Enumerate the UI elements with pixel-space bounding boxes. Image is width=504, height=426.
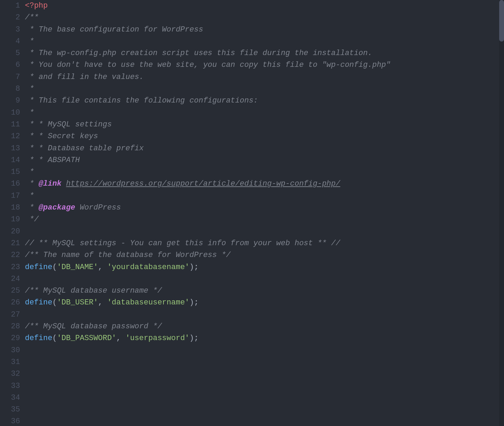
code-line[interactable] xyxy=(25,416,504,426)
line-number: 6 xyxy=(0,59,20,71)
code-line[interactable]: define('DB_NAME', 'yourdatabasename'); xyxy=(25,261,504,273)
code-token: * xyxy=(25,108,34,117)
line-number: 26 xyxy=(0,297,20,309)
line-number: 24 xyxy=(0,273,20,285)
code-line[interactable]: * xyxy=(25,83,504,95)
code-line[interactable]: * xyxy=(25,166,504,178)
code-line[interactable] xyxy=(25,392,504,404)
code-line[interactable]: * * Database table prefix xyxy=(25,143,504,154)
line-number: 23 xyxy=(0,261,20,273)
code-line[interactable]: * You don't have to use the web site, yo… xyxy=(25,59,504,71)
code-line[interactable]: * @link https://wordpress.org/support/ar… xyxy=(25,178,504,190)
code-line[interactable] xyxy=(25,273,504,285)
code-token: <?php xyxy=(25,1,48,10)
code-token: * * ABSPATH xyxy=(25,156,80,165)
code-line[interactable] xyxy=(25,404,504,416)
code-token: @package xyxy=(39,203,75,212)
code-token: ); xyxy=(189,334,198,343)
code-line[interactable]: * The base configuration for WordPress xyxy=(25,24,504,36)
code-token: * This file contains the following confi… xyxy=(25,96,258,105)
code-token: */ xyxy=(25,215,39,224)
code-token: * * Database table prefix xyxy=(25,144,144,153)
code-token xyxy=(62,179,66,188)
code-token: * You don't have to use the web site, yo… xyxy=(25,61,390,69)
code-token: define xyxy=(25,263,52,272)
code-line[interactable] xyxy=(25,356,504,368)
line-number: 32 xyxy=(0,368,20,380)
code-token: ( xyxy=(52,334,57,343)
line-number: 3 xyxy=(0,24,20,36)
line-number: 36 xyxy=(0,416,20,426)
line-number: 30 xyxy=(0,345,20,356)
code-line[interactable]: * xyxy=(25,107,504,119)
code-token: /** MySQL database username */ xyxy=(25,286,162,295)
code-line[interactable]: define('DB_PASSWORD', 'userpassword'); xyxy=(25,332,504,344)
code-token: * and fill in the values. xyxy=(25,73,144,81)
code-line[interactable]: /** MySQL database username */ xyxy=(25,285,504,297)
code-token: * xyxy=(25,168,34,176)
code-token: * xyxy=(25,203,39,212)
code-line[interactable]: * The wp-config.php creation script uses… xyxy=(25,47,504,59)
code-token: , xyxy=(98,263,107,272)
code-token: // ** MySQL settings - You can get this … xyxy=(25,239,340,248)
code-line[interactable]: <?php xyxy=(25,0,504,12)
line-number: 15 xyxy=(0,166,20,178)
line-number: 28 xyxy=(0,321,20,332)
code-line[interactable]: * This file contains the following confi… xyxy=(25,95,504,107)
code-line[interactable]: * xyxy=(25,36,504,47)
code-token: ); xyxy=(189,298,198,307)
code-line[interactable]: /** The name of the database for WordPre… xyxy=(25,249,504,261)
code-line[interactable]: * * ABSPATH xyxy=(25,154,504,166)
code-token: ( xyxy=(52,298,57,307)
line-number: 11 xyxy=(0,119,20,131)
vertical-scrollbar-thumb[interactable] xyxy=(499,0,504,42)
line-number: 29 xyxy=(0,332,20,344)
code-line[interactable]: /** MySQL database password */ xyxy=(25,321,504,332)
code-area[interactable]: <?php/** * The base configuration for Wo… xyxy=(25,0,504,426)
code-line[interactable] xyxy=(25,380,504,392)
line-number: 9 xyxy=(0,95,20,107)
code-line[interactable]: * and fill in the values. xyxy=(25,71,504,83)
line-number: 8 xyxy=(0,83,20,95)
code-token: ( xyxy=(52,263,57,272)
code-token: * * Secret keys xyxy=(25,132,98,141)
line-number: 35 xyxy=(0,404,20,416)
code-token: * xyxy=(25,179,39,188)
line-number: 10 xyxy=(0,107,20,119)
code-line[interactable]: */ xyxy=(25,214,504,225)
code-line[interactable]: * @package WordPress xyxy=(25,202,504,214)
code-token: * xyxy=(25,37,34,46)
line-number: 12 xyxy=(0,131,20,142)
line-number: 22 xyxy=(0,249,20,261)
code-token: 'yourdatabasename' xyxy=(107,263,190,272)
line-number: 34 xyxy=(0,392,20,404)
code-line[interactable]: * * MySQL settings xyxy=(25,119,504,131)
code-token: 'DB_USER' xyxy=(57,298,98,307)
code-line[interactable] xyxy=(25,368,504,380)
code-token: * The wp-config.php creation script uses… xyxy=(25,49,372,57)
vertical-scrollbar-track[interactable] xyxy=(499,0,504,426)
code-token: 'databaseusername' xyxy=(107,298,190,307)
line-number: 7 xyxy=(0,71,20,83)
line-number: 25 xyxy=(0,285,20,297)
code-line[interactable] xyxy=(25,345,504,356)
code-line[interactable] xyxy=(25,309,504,321)
code-token: /** The name of the database for WordPre… xyxy=(25,251,231,259)
code-line[interactable]: * * Secret keys xyxy=(25,131,504,142)
line-number: 19 xyxy=(0,214,20,225)
code-line[interactable]: /** xyxy=(25,12,504,24)
code-line[interactable] xyxy=(25,226,504,238)
code-token: 'DB_PASSWORD' xyxy=(57,334,116,343)
code-token: 'DB_NAME' xyxy=(57,263,98,272)
line-number: 27 xyxy=(0,309,20,321)
line-number: 13 xyxy=(0,143,20,154)
line-number: 17 xyxy=(0,190,20,202)
code-token: WordPress xyxy=(75,203,121,212)
code-line[interactable]: * xyxy=(25,190,504,202)
code-editor[interactable]: 1234567891011121314151617181920212223242… xyxy=(0,0,504,426)
code-line[interactable]: define('DB_USER', 'databaseusername'); xyxy=(25,297,504,309)
code-token: * * MySQL settings xyxy=(25,120,112,129)
code-line[interactable]: // ** MySQL settings - You can get this … xyxy=(25,238,504,249)
code-token: * xyxy=(25,85,34,93)
line-number: 20 xyxy=(0,226,20,238)
